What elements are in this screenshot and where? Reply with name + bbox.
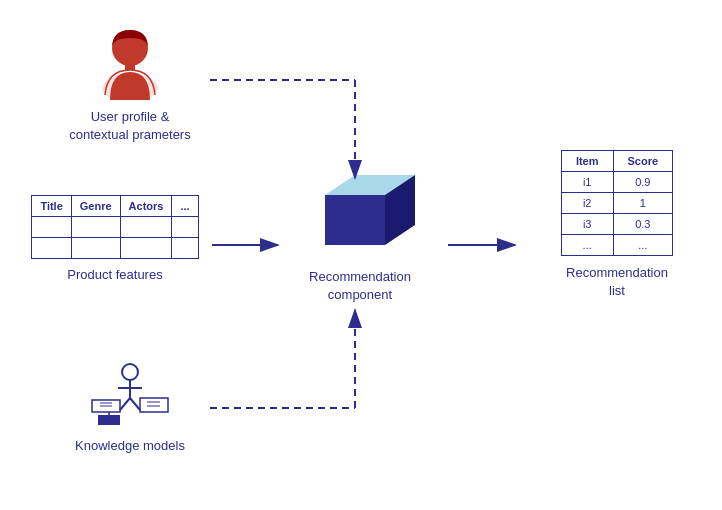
rec-list-section: Item Score i1 0.9 i2 1 i3 0.3 ...: [537, 150, 697, 300]
rec-table: Item Score i1 0.9 i2 1 i3 0.3 ...: [561, 150, 673, 256]
product-features-label: Product features: [67, 267, 162, 282]
knowledge-models-label: Knowledge models: [75, 438, 185, 453]
col-more: ...: [172, 196, 198, 217]
svg-line-6: [120, 398, 130, 410]
user-profile-section: User profile &contextual prameters: [50, 20, 210, 144]
col-score: Score: [613, 151, 673, 172]
features-table: Title Genre Actors ...: [31, 195, 198, 259]
table-row: i3 0.3: [561, 214, 672, 235]
svg-rect-11: [98, 415, 120, 425]
rec-list-label: Recommendationlist: [566, 264, 668, 300]
table-row: i1 0.9: [561, 172, 672, 193]
col-title: Title: [32, 196, 71, 217]
knowledge-models-section: Knowledge models: [50, 360, 210, 453]
diagram-container: User profile &contextual prameters Title…: [0, 0, 722, 510]
col-genre: Genre: [71, 196, 120, 217]
rec-component-cube-icon: [305, 160, 415, 260]
svg-marker-16: [325, 195, 385, 245]
rec-component-section: Recommendationcomponent: [280, 160, 440, 304]
product-features-section: Title Genre Actors ...: [20, 195, 210, 282]
table-row: ... ...: [561, 235, 672, 256]
table-row: [32, 217, 198, 238]
col-actors: Actors: [120, 196, 172, 217]
svg-point-3: [122, 364, 138, 380]
user-profile-label: User profile &contextual prameters: [69, 108, 190, 144]
table-row: i2 1: [561, 193, 672, 214]
svg-rect-13: [140, 398, 168, 412]
svg-line-7: [130, 398, 140, 410]
knowledge-models-icon: [90, 360, 170, 430]
table-row: [32, 238, 198, 259]
rec-component-label: Recommendationcomponent: [309, 268, 411, 304]
user-profile-icon: [95, 20, 165, 100]
col-item: Item: [561, 151, 613, 172]
